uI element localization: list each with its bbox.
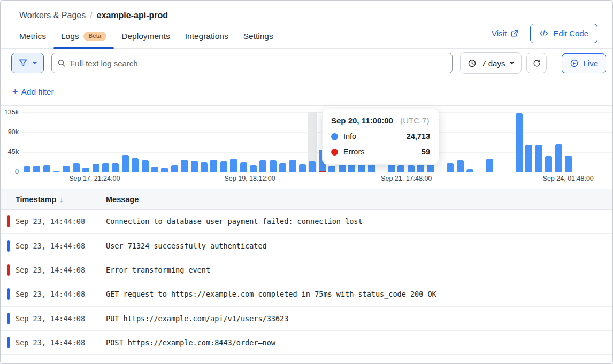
log-message: POST https://example.com:8443/order–now [106, 338, 612, 347]
chart-bar-slot[interactable] [524, 112, 534, 172]
chart-bar-slot[interactable] [268, 112, 278, 172]
chart-bar-slot[interactable] [42, 112, 51, 172]
errors-dot-icon [331, 149, 338, 156]
chart-bar-slot[interactable] [554, 112, 563, 172]
chart-bar-slot[interactable] [288, 112, 297, 172]
chart-bar [259, 160, 266, 172]
log-row[interactable]: Sep 23, 14:44:08User 71324 successfully … [1, 234, 612, 258]
severity-indicator-info [7, 337, 10, 348]
chart-bar [191, 161, 198, 172]
chart-bar [299, 164, 306, 172]
time-range-dropdown[interactable]: 7 days [460, 52, 522, 74]
filter-menu-button[interactable] [11, 53, 44, 73]
time-range-label: 7 days [481, 59, 505, 68]
chart-bar-slot[interactable] [603, 112, 612, 172]
chart-bar-slot[interactable] [180, 112, 189, 172]
tab-logs[interactable]: LogsBeta [53, 24, 114, 48]
log-row[interactable]: Sep 23, 14:44:08Connection to database u… [1, 210, 612, 234]
log-row[interactable]: Sep 23, 14:44:08Error transforming event [1, 258, 612, 282]
chart-bar-slot[interactable] [239, 112, 248, 172]
chart-bar-slot[interactable] [297, 112, 307, 172]
info-dot-icon [331, 133, 338, 140]
edit-code-label: Edit Code [553, 29, 588, 38]
chart-bar-slot[interactable] [583, 112, 593, 172]
chart-bar-slot[interactable] [495, 112, 504, 172]
tab-settings[interactable]: Settings [236, 24, 281, 48]
log-message: GET request to https://example.com compl… [106, 290, 612, 298]
chart-bar [210, 160, 217, 172]
header-actions: Visit Edit Code [492, 24, 597, 48]
chart-bar-slot[interactable] [248, 112, 258, 172]
chart-bar [24, 166, 30, 172]
visit-link[interactable]: Visit [492, 29, 518, 38]
chart-bar-slot[interactable] [140, 112, 150, 172]
chart-bar [220, 161, 227, 172]
chart-bar-slot[interactable] [278, 112, 288, 172]
log-volume-chart: 135k 90k 45k 0 Sep 17, 21:24:00Sep 19, 1… [1, 106, 612, 189]
chart-bar [43, 165, 50, 172]
chart-bar-slot[interactable] [593, 112, 603, 172]
log-row[interactable]: Sep 23, 14:44:08PUT https://example.com/… [1, 307, 612, 331]
chart-bar-slot[interactable] [514, 112, 524, 172]
severity-indicator-info [7, 288, 10, 300]
search-icon [57, 59, 66, 67]
tooltip-info-value: 24,713 [407, 132, 430, 141]
log-row[interactable]: Sep 23, 14:44:08POST https://example.com… [1, 331, 612, 355]
chart-bar-slot[interactable] [563, 112, 573, 172]
chart-bar-slot[interactable] [120, 112, 130, 172]
chart-bar [279, 163, 286, 172]
chart-bar [181, 160, 188, 172]
chart-bar-slot[interactable] [189, 112, 199, 172]
y-axis-tick: 135k [1, 109, 19, 116]
chart-bar [93, 164, 99, 172]
edit-code-button[interactable]: Edit Code [530, 24, 597, 43]
chart-bar-slot[interactable] [229, 112, 239, 172]
chart-bar-slot[interactable] [51, 112, 61, 172]
tab-label: Settings [243, 32, 273, 41]
chart-bar-slot[interactable] [170, 112, 179, 172]
chart-bar-slot[interactable] [71, 112, 81, 172]
chart-bar [151, 167, 158, 172]
log-row[interactable]: Sep 23, 14:44:08GET request to https://e… [1, 282, 612, 306]
chart-bar [309, 161, 316, 173]
add-filter-row: + Add filter [1, 78, 612, 106]
tab-metrics[interactable]: Metrics [12, 24, 53, 48]
chart-bar-slot[interactable] [22, 112, 32, 172]
chart-bar-slot[interactable] [160, 112, 170, 172]
chart-bar-slot[interactable] [209, 112, 219, 172]
breadcrumb-section[interactable]: Workers & Pages [19, 11, 86, 20]
chart-bar-slot[interactable] [101, 112, 110, 172]
chart-bar-slot[interactable] [308, 112, 317, 172]
tab-integrations[interactable]: Integrations [178, 24, 236, 48]
tooltip-info-row: Info 24,713 [331, 132, 430, 141]
chart-bar-slot[interactable] [91, 112, 101, 172]
refresh-button[interactable] [526, 53, 547, 73]
chart-bar-slot[interactable] [455, 112, 465, 172]
tab-deployments[interactable]: Deployments [114, 24, 177, 48]
chart-bar-slot[interactable] [81, 112, 90, 172]
timestamp-column-header[interactable]: Timestamp ↓ [1, 195, 106, 204]
add-filter-button[interactable]: + Add filter [12, 87, 54, 97]
chart-bar-slot[interactable] [534, 112, 543, 172]
tab-bar: MetricsLogsBetaDeploymentsIntegrationsSe… [1, 20, 612, 49]
breadcrumb: Workers & Pages/example-api-prod [1, 1, 612, 20]
chart-bar-slot[interactable] [32, 112, 41, 172]
sort-descending-icon: ↓ [59, 195, 64, 204]
chart-bar-slot[interactable] [445, 112, 455, 172]
chart-bar-slot[interactable] [258, 112, 268, 172]
chart-bar-slot[interactable] [62, 112, 71, 172]
chart-bar-slot[interactable] [475, 112, 485, 172]
chart-bar-slot[interactable] [573, 112, 583, 172]
code-icon [539, 29, 548, 37]
chart-bar-slot[interactable] [465, 112, 474, 172]
chart-bar-slot[interactable] [219, 112, 228, 172]
chart-bar-slot[interactable] [111, 112, 120, 172]
chart-bar-slot[interactable] [150, 112, 159, 172]
chart-bar-slot[interactable] [199, 112, 209, 172]
chart-bar-slot[interactable] [504, 112, 514, 172]
log-search-input[interactable] [51, 53, 453, 73]
chart-bar-slot[interactable] [485, 112, 494, 172]
chart-bar-slot[interactable] [544, 112, 554, 172]
live-button[interactable]: Live [562, 53, 606, 73]
chart-bar-slot[interactable] [130, 112, 140, 172]
